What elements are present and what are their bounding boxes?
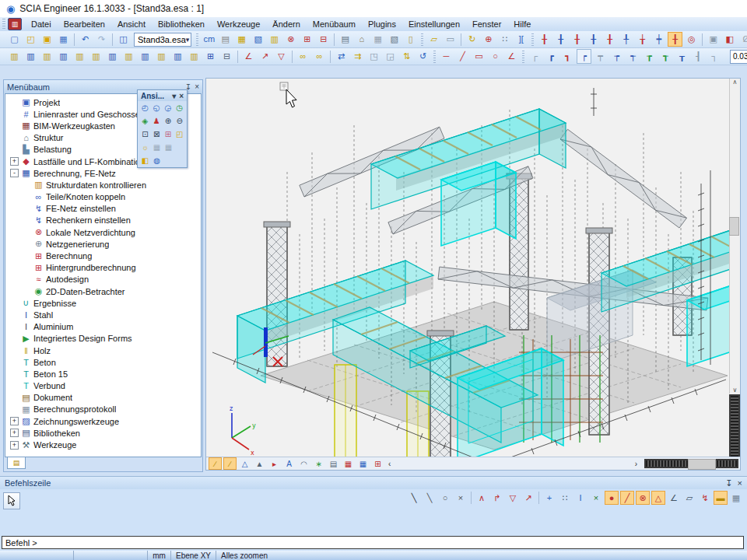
tree-item-2d-daten-betrachter[interactable]: ◉ 2D-Daten-Betrachter [5,285,201,297]
free-edges-icon[interactable]: Ø [738,32,747,47]
close-icon[interactable]: × [738,478,742,488]
connect-members-icon[interactable]: ⊞ [203,49,218,64]
geometry-edit-3-icon[interactable]: ┓ [560,49,575,64]
mesh-icon[interactable]: ⊗ [283,32,298,47]
measure-snap-icon[interactable]: ▬ [714,491,728,505]
dimension-style-icon[interactable]: ][ [514,32,528,47]
rectangle-icon[interactable]: ▭ [472,49,486,64]
zoom-selection-icon[interactable]: ⊞ [163,128,174,140]
member-eccentricity-icon[interactable]: ╁ [635,32,650,47]
walk-mode-icon[interactable]: ♟ [151,115,163,127]
save-icon[interactable]: ▦ [56,32,71,47]
menu-werkzeuge[interactable]: Werkzeuge [211,19,266,30]
view-side-icon[interactable]: ◶ [163,102,174,114]
geometry-edit-12-icon[interactable]: ┐ [707,49,722,64]
link-nodes-icon[interactable]: ∞ [312,49,327,64]
snap-curve-icon[interactable]: ↗ [521,491,535,505]
tree-expander[interactable]: + [10,429,19,437]
units-icon[interactable]: cm [202,32,216,47]
tree-item-rechenkern-einstellen[interactable]: ↯ Rechenkern einstellen [5,215,201,226]
model-3d-view[interactable]: z y x [206,79,731,458]
clipboard-icon[interactable]: ▥ [267,32,282,47]
menu-menuebaum[interactable]: Menübaum [307,19,362,30]
intersection-icon[interactable]: ⊟ [219,49,234,64]
load-panel-icon[interactable]: ▥ [170,49,185,64]
tree-item-lokale-netzverdichtung[interactable]: ⊗ Lokale Netzverdichtung [5,226,201,238]
paste-icon[interactable]: ◳ [366,49,381,64]
arbitrary-beam-icon[interactable]: ▥ [56,49,71,64]
haunch-icon[interactable]: ▥ [40,49,54,64]
blank-document-icon[interactable]: ▭ [443,32,458,47]
dot-grid-snap-icon[interactable]: ∷ [558,491,572,505]
rotate-icon[interactable]: ↺ [416,49,430,64]
tree-expander[interactable]: + [10,417,19,425]
chevron-down-icon[interactable]: ▾ [172,92,176,100]
chevron-down-icon[interactable]: ▾ [186,36,190,44]
render-wireframe-icon[interactable]: ∕ [209,457,222,470]
menu-bibliotheken[interactable]: Bibliotheken [152,19,211,30]
geometry-edit-7-icon[interactable]: ┭ [626,49,640,64]
image-capture-icon[interactable]: ▦ [151,142,163,153]
menu-grip[interactable] [2,19,5,30]
tree-item-bibliotheken[interactable]: + ▤ Bibliotheken [5,427,201,439]
member-hinges-icon[interactable]: ╂ [570,32,584,47]
center-of-gravity-icon[interactable]: ◎ [684,32,699,47]
menu-bearbeiten[interactable]: Bearbeiten [58,19,111,30]
tree-expander[interactable]: + [10,441,19,450]
member-labels-icon[interactable]: ╂ [602,32,617,47]
scroll-down-icon[interactable]: ∨ [733,387,738,394]
tree-item-berechnungsprotokoll[interactable]: ▦ Berechnungsprotokoll [5,404,201,415]
solver-setup-icon[interactable]: ⊞ [300,32,314,47]
pin-icon[interactable]: ↧ [725,478,732,488]
view-top-icon[interactable]: ◴ [139,102,151,114]
menu-datei[interactable]: Datei [25,19,58,30]
vertical-rotate-wheel[interactable] [729,394,740,458]
close-icon[interactable]: × [195,82,199,91]
tree-item-dokument[interactable]: ▤ Dokument [5,392,201,404]
new-project-icon[interactable]: ▢ [7,32,22,47]
angle-icon[interactable]: ∠ [504,49,519,64]
rendering-icon[interactable]: ◍ [151,155,163,166]
geometry-edit-11-icon[interactable]: ┨ [691,49,706,64]
snap-point-icon[interactable]: ╲ [423,491,437,505]
tree-item-verbund[interactable]: T Verbund [5,380,201,392]
tree-expander[interactable]: - [10,169,19,177]
grid-toggle-icon[interactable]: ⊞ [371,457,384,470]
snap-angle-icon[interactable]: ∧ [475,491,489,505]
tree-item-strukturdaten[interactable]: ▥ Strukturdaten kontrollieren [5,179,201,191]
tree-item-werkzeuge[interactable]: + ⚒ Werkzeuge [5,439,201,450]
menu-plugins[interactable]: Plugins [362,19,402,30]
point-grid-icon[interactable]: ∷ [497,32,512,47]
orthogonal-snap-icon[interactable]: △ [651,491,665,505]
view-box-icon[interactable]: ▦ [342,457,355,470]
tree-tab[interactable]: ▤ [7,457,26,469]
tree-item-netzgenerierung[interactable]: ⊕ Netzgenerierung [5,238,201,250]
selection-cursor-button[interactable] [3,492,20,509]
tree-item-beton[interactable]: T Beton [5,356,201,368]
command-input[interactable]: Befehl > [2,536,744,549]
status-zoom-mode[interactable]: Alles zoomen [216,551,302,560]
transform-icon[interactable]: ↻ [465,32,479,47]
plate-icon[interactable]: ▥ [138,49,153,64]
snap-direction-icon[interactable]: ↱ [490,491,504,505]
calculator-icon[interactable]: ▦ [234,32,249,47]
render-solid-icon[interactable]: ∕ [223,457,237,470]
tree-item-berechnung[interactable]: ⊞ Berechnung [5,250,201,261]
active-document-icon[interactable]: ▥ [8,18,22,30]
load-display-icon[interactable]: ▲ [253,457,266,470]
rib-icon[interactable]: ▥ [105,49,120,64]
snap-off-icon[interactable]: × [454,491,468,505]
arc-snap-icon[interactable]: ↯ [698,491,712,505]
vertical-scrollbar[interactable]: ∧ ∨ [729,79,740,394]
tree-item-autodesign[interactable]: ≈ Autodesign [5,274,201,285]
tree-item-fe-netz-einstellen[interactable]: ↯ FE-Netz einstellen [5,203,201,215]
print-icon[interactable]: ▤ [338,32,352,47]
snap-size-spinner[interactable]: 0.03.. ▲▼ [730,50,747,64]
endpoint-snap-icon[interactable]: ● [605,491,619,505]
cursor-select-icon[interactable]: + [542,491,556,505]
zoom-out-icon[interactable]: ⊖ [174,115,185,127]
menu-fenster[interactable]: Fenster [466,19,507,30]
mirror-icon[interactable]: ⇅ [399,49,414,64]
find-icon[interactable]: ⊕ [481,32,496,47]
tree-item-beton-15[interactable]: T Beton 15 [5,368,201,380]
